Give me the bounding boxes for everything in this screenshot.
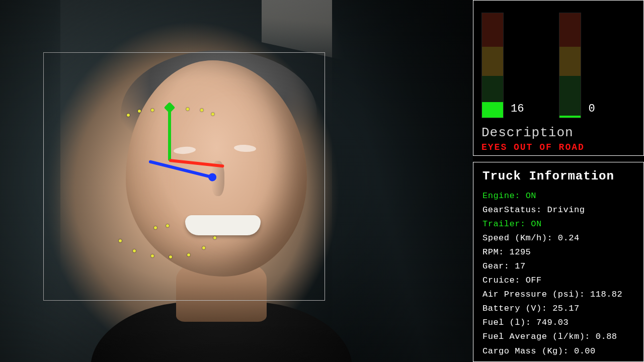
gauge-right-value: 0 <box>588 103 595 115</box>
landmark-point <box>187 253 190 256</box>
truck-info-label: Engine <box>482 191 526 201</box>
truck-info-value: Driving <box>547 205 585 215</box>
truck-info-panel: Truck Information EngineONGearStatusDriv… <box>473 162 644 362</box>
truck-info-label: Wheel Wear <box>482 360 547 362</box>
landmark-point <box>200 109 203 112</box>
landmark-point <box>133 249 136 252</box>
truck-info-row: Cargo Mass (Kg)0.00 <box>482 344 634 358</box>
landmark-point <box>154 226 157 229</box>
landmark-point <box>211 113 214 116</box>
camera-feed <box>0 0 473 362</box>
truck-info-row: Gear17 <box>482 259 634 274</box>
truck-info-row: Fuel (l)749.03 <box>482 316 634 330</box>
gauge-left: 16 <box>481 13 524 118</box>
landmark-point <box>213 236 216 239</box>
truck-info-row: GearStatusDriving <box>482 203 634 217</box>
truck-info-row: Fuel Average (l/km)0.88 <box>482 330 634 344</box>
truck-info-row: RPM1295 <box>482 245 634 259</box>
truck-info-label: Cargo Mass (Kg) <box>482 346 574 356</box>
truck-info-value: 0.24 <box>558 233 580 243</box>
truck-info-label: Speed (Km/h) <box>482 233 558 243</box>
landmark-point <box>119 239 122 242</box>
truck-info-label: Battery (V) <box>482 304 552 313</box>
landmark-point <box>186 108 189 111</box>
landmark-point <box>166 224 169 227</box>
truck-info-row: Battery (V)25.17 <box>482 302 634 316</box>
landmark-point <box>151 254 154 257</box>
truck-info-value: 0.00 <box>574 346 596 356</box>
truck-info-label: Air Pressure (psi) <box>482 290 590 299</box>
truck-info-value: 25.17 <box>552 304 580 313</box>
landmark-point <box>169 255 172 258</box>
truck-info-label: Fuel Average (l/km) <box>482 332 596 341</box>
truck-info-row: Speed (Km/h)0.24 <box>482 231 634 245</box>
landmark-point <box>202 246 205 249</box>
truck-info-label: GearStatus <box>482 205 547 215</box>
face-bounding-box <box>43 52 325 301</box>
truck-info-row: CruiceOFF <box>482 274 634 288</box>
truck-info-value: 1295 <box>510 247 531 257</box>
truck-info-label: RPM <box>482 247 510 257</box>
truck-info-label: Gear <box>482 261 515 271</box>
truck-info-value: 17 <box>515 261 525 271</box>
truck-info-label: Trailer <box>482 219 531 229</box>
landmark-point <box>138 110 141 113</box>
truck-info-label: Cruice <box>482 276 526 285</box>
truck-info-row: Wheel Wear5.27 <box>482 358 634 362</box>
truck-info-row: EngineON <box>482 189 634 203</box>
driver-monitoring-dashboard: 16 0 Description EYES OUT OF ROAD Truck … <box>0 0 644 362</box>
gauge-right-bar <box>559 13 581 118</box>
truck-info-label: Fuel (l) <box>482 318 536 327</box>
attention-gauge-panel: 16 0 Description EYES OUT OF ROAD <box>473 0 644 156</box>
landmark-point <box>127 114 130 117</box>
truck-info-value: 0.88 <box>596 332 617 341</box>
truck-info-value: 118.82 <box>590 290 622 299</box>
truck-info-value: ON <box>531 219 541 229</box>
truck-info-value: 749.03 <box>536 318 569 327</box>
gauge-left-bar <box>481 13 504 118</box>
truck-info-value: 5.27 <box>547 360 569 362</box>
gauge-right: 0 <box>559 13 595 118</box>
truck-info-title: Truck Information <box>482 169 634 183</box>
cabin-pillar-right <box>332 0 473 362</box>
gauge-left-value: 16 <box>511 103 524 115</box>
landmark-point <box>151 109 154 112</box>
description-label: Description <box>481 125 635 140</box>
attention-alert: EYES OUT OF ROAD <box>481 142 635 152</box>
truck-info-value: OFF <box>526 276 542 285</box>
telemetry-column: 16 0 Description EYES OUT OF ROAD Truck … <box>473 0 644 362</box>
truck-info-row: Air Pressure (psi)118.82 <box>482 288 634 302</box>
truck-info-row: TrailerON <box>482 217 634 231</box>
truck-info-value: ON <box>526 191 536 201</box>
